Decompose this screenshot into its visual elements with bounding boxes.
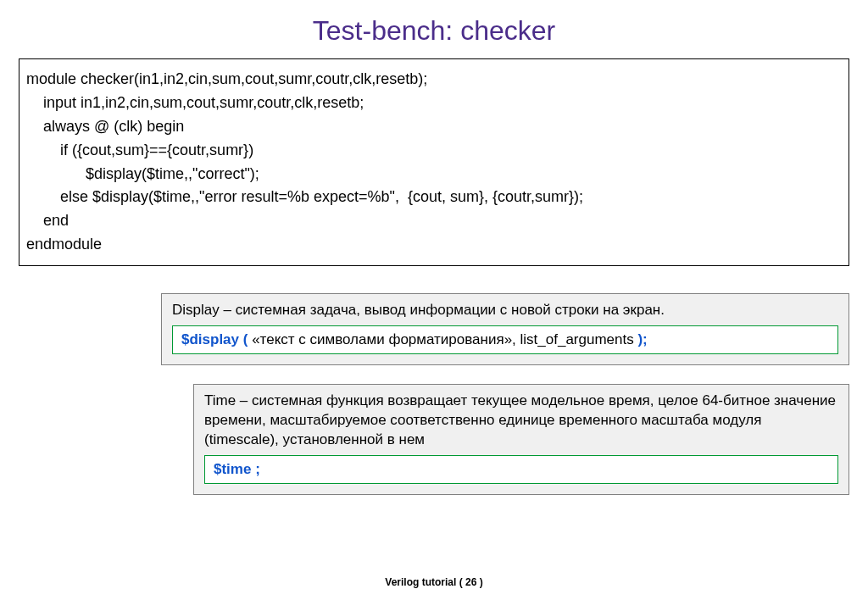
syntax-body: «текст с символами форматирования», list… (252, 331, 637, 347)
code-line: endmodule (26, 233, 840, 257)
syntax-keyword: $display ( (181, 331, 252, 347)
code-line: $display($time,,"correct"); (26, 163, 840, 186)
syntax-keyword: $time ; (214, 461, 260, 477)
code-line: else $display($time,,"error result=%b ex… (26, 186, 840, 209)
code-line: end (26, 209, 840, 233)
display-note-box: Display – системная задача, вывод информ… (161, 293, 849, 365)
code-line: always @ (clk) begin (26, 115, 840, 139)
code-line: input in1,in2,cin,sum,cout,sumr,coutr,cl… (26, 92, 840, 115)
display-note-text: Display – системная задача, вывод информ… (172, 301, 838, 320)
slide-title: Test-bench: checker (0, 0, 868, 58)
slide-footer: Verilog tutorial ( 26 ) (0, 576, 868, 588)
time-syntax-box: $time ; (204, 455, 838, 484)
code-block: module checker(in1,in2,cin,sum,cout,sumr… (19, 58, 849, 266)
syntax-end: ); (637, 331, 647, 347)
code-line: if ({cout,sum}=={coutr,sumr}) (26, 139, 840, 163)
code-line: module checker(in1,in2,cin,sum,cout,sumr… (26, 68, 840, 92)
time-note-box: Time – системная функция возвращает теку… (193, 384, 849, 495)
display-syntax-box: $display ( «текст с символами форматиров… (172, 325, 838, 354)
time-note-text: Time – системная функция возвращает теку… (204, 392, 838, 450)
